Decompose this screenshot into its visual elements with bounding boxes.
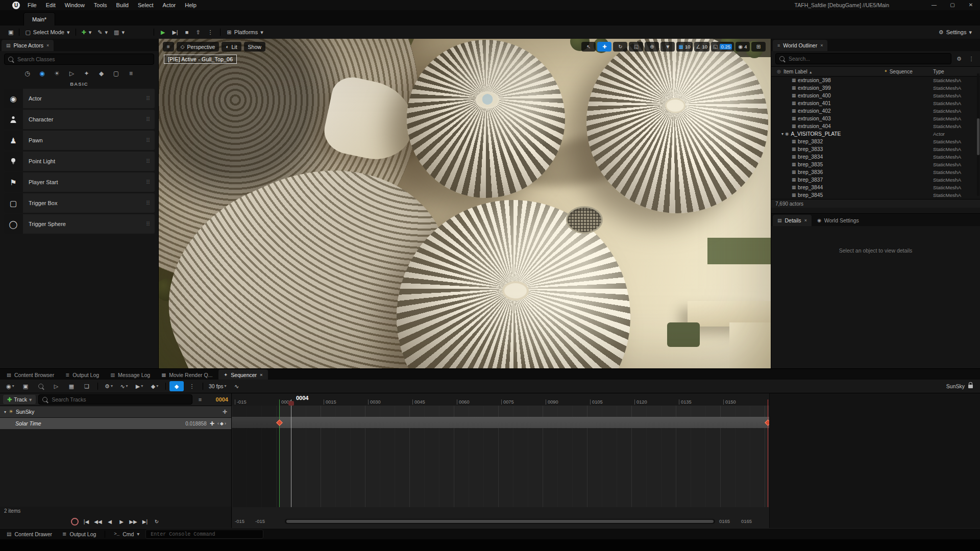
place-actor-item-point-light[interactable]: Point Light — [4, 152, 155, 171]
place-actor-item-character[interactable]: Character — [4, 110, 155, 129]
menu-select[interactable]: Select — [133, 0, 158, 10]
track-tree-empty[interactable] — [0, 429, 231, 507]
stop-button[interactable] — [182, 27, 192, 37]
perspective-dropdown[interactable]: Perspective — [177, 42, 219, 52]
add-actor-button[interactable] — [79, 27, 95, 37]
eject-button[interactable] — [192, 27, 203, 37]
tab-place-actors[interactable]: Place Actors — [2, 40, 54, 51]
place-actor-item-pawn[interactable]: Pawn — [4, 131, 155, 150]
sequencer-find-button[interactable] — [34, 381, 48, 391]
track-solar-time[interactable]: Solar Time 0.018858 ✚ ‹◆› — [0, 418, 231, 429]
console-command-input[interactable] — [150, 531, 259, 538]
add-track-button[interactable]: ✚Track — [3, 395, 36, 404]
expander-icon[interactable]: ▾ — [4, 410, 6, 414]
column-type[interactable]: Type — [933, 69, 977, 74]
tab-world-outliner[interactable]: World Outliner — [773, 40, 827, 51]
loop-button[interactable]: ↻ — [152, 516, 161, 527]
menu-help[interactable]: Help — [180, 0, 201, 10]
tab-details[interactable]: Details — [773, 215, 812, 226]
working-range-start[interactable]: -015 — [235, 518, 244, 524]
camera-speed-button[interactable]: 4 — [736, 42, 750, 52]
cmd-dropdown[interactable]: Cmd — [110, 530, 143, 539]
menu-file[interactable]: File — [23, 0, 41, 10]
category-cinematic-icon[interactable] — [66, 68, 78, 79]
close-icon[interactable] — [804, 218, 807, 223]
platforms-dropdown[interactable]: Platforms — [224, 27, 266, 37]
outliner-row[interactable]: extrusion_400StaticMeshA — [771, 92, 980, 99]
lit-dropdown[interactable]: Lit — [222, 42, 241, 52]
output-log-button[interactable]: Output Log — [58, 530, 100, 539]
category-recently-placed-icon[interactable] — [22, 68, 33, 79]
drag-handle-icon[interactable] — [141, 96, 155, 102]
window-minimize-icon[interactable] — [925, 0, 943, 10]
outliner-settings-icon[interactable] — [954, 54, 964, 63]
outliner-searchbox[interactable] — [775, 53, 951, 64]
cinematics-button[interactable] — [111, 27, 128, 37]
track-sunsky[interactable]: ▾ SunSky ✚ — [0, 406, 231, 418]
tab-message-log[interactable]: Message Log — [105, 369, 155, 380]
category-volumes-icon[interactable] — [111, 68, 122, 79]
sequencer-camera-button[interactable] — [49, 381, 63, 391]
play-options-button[interactable] — [205, 27, 216, 37]
outliner-row[interactable]: brep_3835StaticMeshA — [771, 161, 980, 168]
search-tracks-input[interactable] — [51, 396, 188, 403]
tab-movie-render-queue[interactable]: Movie Render Q... — [156, 369, 217, 380]
sequencer-keying-options-button[interactable] — [148, 381, 162, 391]
surface-snap-button[interactable] — [660, 42, 675, 52]
search-classes-input[interactable] — [16, 56, 150, 63]
menu-build[interactable]: Build — [112, 0, 133, 10]
previous-key-button[interactable]: ◀◀ — [93, 516, 103, 527]
category-visual-effects-icon[interactable] — [81, 68, 92, 79]
outliner-row-parent[interactable]: ▾A_VISITORS_PLATEActor — [771, 130, 980, 138]
world-coordinate-button[interactable] — [645, 42, 659, 52]
timeline-scrollbar[interactable] — [285, 519, 715, 524]
add-key-icon[interactable]: ✚ — [210, 420, 214, 427]
rotation-snap-button[interactable]: 10 — [694, 42, 710, 52]
viewport-render[interactable] — [159, 39, 771, 368]
view-range-start[interactable]: -015 — [255, 518, 265, 524]
outliner-row[interactable]: extrusion_399StaticMeshA — [771, 84, 980, 92]
place-actor-item-trigger-box[interactable]: Trigger Box — [4, 193, 155, 213]
jump-to-end-button[interactable]: ▶| — [140, 516, 150, 527]
track-searchbox[interactable] — [38, 394, 192, 405]
record-button[interactable] — [70, 516, 79, 527]
tab-sequencer[interactable]: Sequencer — [218, 369, 267, 380]
window-maximize-icon[interactable] — [943, 0, 962, 10]
blueprints-button[interactable] — [94, 27, 111, 37]
place-actor-item-actor[interactable]: Actor — [4, 89, 155, 108]
outliner-row[interactable]: brep_3837StaticMeshA — [771, 176, 980, 184]
drag-handle-icon[interactable] — [141, 221, 155, 227]
menu-actor[interactable]: Actor — [158, 0, 181, 10]
column-item-label[interactable]: Item Label — [783, 69, 884, 74]
lock-icon[interactable] — [968, 385, 973, 388]
tab-main-level[interactable]: Main* — [23, 12, 55, 26]
sunsky-lane[interactable] — [232, 406, 769, 417]
timeline-ruler[interactable]: -015 0000 0015 0030 0045 0060 0075 0090 … — [232, 393, 769, 406]
expander-icon[interactable]: ▾ — [781, 132, 783, 136]
scrollbar-thumb[interactable] — [977, 118, 979, 155]
viewport-menu-button[interactable] — [163, 42, 174, 52]
filter-icon[interactable] — [195, 395, 205, 404]
sequencer-actions-button[interactable] — [102, 381, 116, 391]
tab-content-browser[interactable]: Content Browser — [2, 369, 59, 380]
grid-snap-button[interactable]: 10 — [676, 42, 692, 52]
scrollbar-thumb[interactable] — [286, 520, 714, 523]
console-command-box[interactable] — [145, 530, 263, 539]
play-button[interactable]: ▶ — [117, 516, 126, 527]
frame-skip-button[interactable] — [169, 27, 181, 37]
outliner-row[interactable]: brep_3844StaticMeshA — [771, 184, 980, 191]
close-icon[interactable] — [260, 372, 263, 378]
add-section-icon[interactable]: ✚ — [223, 409, 227, 415]
move-tool-button[interactable] — [597, 42, 611, 52]
sequencer-world-button[interactable] — [3, 381, 17, 391]
sequencer-copy-button[interactable] — [80, 381, 94, 391]
outliner-scrollbar[interactable] — [977, 73, 979, 196]
tab-output-log[interactable]: Output Log — [60, 369, 104, 380]
property-value[interactable]: 0.018858 — [185, 421, 207, 427]
close-icon[interactable] — [820, 43, 823, 48]
close-icon[interactable] — [46, 43, 49, 48]
place-actor-item-trigger-sphere[interactable]: Trigger Sphere — [4, 214, 155, 234]
select-tool-button[interactable] — [581, 42, 596, 52]
sequencer-playback-options-button[interactable] — [132, 381, 146, 391]
outliner-row[interactable]: brep_3845StaticMeshA — [771, 191, 980, 199]
